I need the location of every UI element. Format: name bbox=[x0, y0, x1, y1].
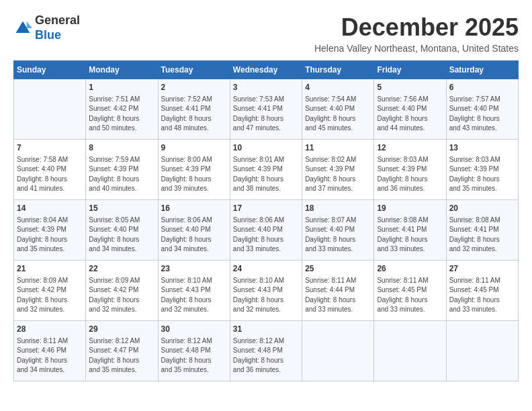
calendar-cell bbox=[302, 321, 374, 381]
day-info: Sunrise: 7:58 AM Sunset: 4:40 PM Dayligh… bbox=[17, 155, 83, 194]
svg-marker-1 bbox=[27, 21, 32, 28]
header-cell-saturday: Saturday bbox=[446, 61, 518, 79]
week-row-5: 28Sunrise: 8:11 AM Sunset: 4:46 PM Dayli… bbox=[14, 321, 519, 381]
calendar-cell: 16Sunrise: 8:06 AM Sunset: 4:40 PM Dayli… bbox=[158, 200, 230, 261]
calendar-cell: 28Sunrise: 8:11 AM Sunset: 4:46 PM Dayli… bbox=[14, 321, 86, 381]
calendar-header: SundayMondayTuesdayWednesdayThursdayFrid… bbox=[14, 61, 519, 79]
day-info: Sunrise: 8:08 AM Sunset: 4:41 PM Dayligh… bbox=[449, 216, 515, 255]
calendar-cell: 18Sunrise: 8:07 AM Sunset: 4:40 PM Dayli… bbox=[302, 200, 374, 261]
week-row-1: 1Sunrise: 7:51 AM Sunset: 4:42 PM Daylig… bbox=[14, 79, 519, 140]
calendar-cell: 17Sunrise: 8:06 AM Sunset: 4:40 PM Dayli… bbox=[230, 200, 302, 261]
day-info: Sunrise: 8:03 AM Sunset: 4:39 PM Dayligh… bbox=[449, 155, 515, 194]
calendar-cell: 22Sunrise: 8:09 AM Sunset: 4:42 PM Dayli… bbox=[86, 261, 158, 321]
calendar-cell: 27Sunrise: 8:11 AM Sunset: 4:45 PM Dayli… bbox=[446, 261, 518, 321]
day-info: Sunrise: 7:56 AM Sunset: 4:40 PM Dayligh… bbox=[377, 95, 443, 134]
day-info: Sunrise: 8:11 AM Sunset: 4:45 PM Dayligh… bbox=[449, 276, 515, 315]
day-info: Sunrise: 8:11 AM Sunset: 4:45 PM Dayligh… bbox=[377, 276, 443, 315]
logo-text: General Blue bbox=[35, 13, 80, 42]
day-info: Sunrise: 8:01 AM Sunset: 4:39 PM Dayligh… bbox=[233, 155, 299, 194]
day-number: 9 bbox=[161, 142, 227, 154]
calendar-cell: 13Sunrise: 8:03 AM Sunset: 4:39 PM Dayli… bbox=[446, 140, 518, 200]
day-info: Sunrise: 8:04 AM Sunset: 4:39 PM Dayligh… bbox=[17, 216, 83, 255]
calendar-cell: 19Sunrise: 8:08 AM Sunset: 4:41 PM Dayli… bbox=[374, 200, 446, 261]
calendar-body: 1Sunrise: 7:51 AM Sunset: 4:42 PM Daylig… bbox=[14, 79, 519, 381]
header-cell-friday: Friday bbox=[374, 61, 446, 79]
week-row-4: 21Sunrise: 8:09 AM Sunset: 4:42 PM Dayli… bbox=[14, 261, 519, 321]
calendar-cell: 15Sunrise: 8:05 AM Sunset: 4:40 PM Dayli… bbox=[86, 200, 158, 261]
day-info: Sunrise: 8:10 AM Sunset: 4:43 PM Dayligh… bbox=[161, 276, 227, 315]
week-row-3: 14Sunrise: 8:04 AM Sunset: 4:39 PM Dayli… bbox=[14, 200, 519, 261]
day-number: 4 bbox=[305, 82, 371, 93]
day-number: 12 bbox=[377, 142, 443, 154]
header-cell-thursday: Thursday bbox=[302, 61, 374, 79]
logo-general: General bbox=[35, 13, 80, 27]
calendar-table: SundayMondayTuesdayWednesdayThursdayFrid… bbox=[13, 60, 519, 381]
title-block: December 2025 Helena Valley Northeast, M… bbox=[314, 13, 519, 54]
calendar-cell: 29Sunrise: 8:12 AM Sunset: 4:47 PM Dayli… bbox=[86, 321, 158, 381]
calendar-cell bbox=[374, 321, 446, 381]
day-info: Sunrise: 8:12 AM Sunset: 4:47 PM Dayligh… bbox=[89, 336, 154, 375]
day-number: 7 bbox=[17, 142, 83, 154]
header-cell-wednesday: Wednesday bbox=[230, 61, 302, 79]
day-number: 11 bbox=[305, 142, 371, 154]
header-row: SundayMondayTuesdayWednesdayThursdayFrid… bbox=[14, 61, 519, 79]
day-number: 23 bbox=[161, 263, 227, 275]
day-number: 8 bbox=[89, 142, 154, 154]
calendar-cell: 25Sunrise: 8:11 AM Sunset: 4:44 PM Dayli… bbox=[302, 261, 374, 321]
day-info: Sunrise: 8:02 AM Sunset: 4:39 PM Dayligh… bbox=[305, 155, 371, 194]
header-cell-sunday: Sunday bbox=[14, 61, 86, 79]
calendar-cell: 10Sunrise: 8:01 AM Sunset: 4:39 PM Dayli… bbox=[230, 140, 302, 200]
day-number: 13 bbox=[449, 142, 515, 154]
day-info: Sunrise: 8:09 AM Sunset: 4:42 PM Dayligh… bbox=[89, 276, 154, 315]
day-number: 26 bbox=[377, 263, 443, 275]
day-number: 24 bbox=[233, 263, 299, 275]
day-info: Sunrise: 7:57 AM Sunset: 4:40 PM Dayligh… bbox=[449, 95, 515, 134]
day-info: Sunrise: 7:53 AM Sunset: 4:41 PM Dayligh… bbox=[233, 95, 299, 134]
day-number: 29 bbox=[89, 324, 154, 335]
day-info: Sunrise: 8:07 AM Sunset: 4:40 PM Dayligh… bbox=[305, 216, 371, 255]
day-number: 25 bbox=[305, 263, 371, 275]
day-info: Sunrise: 7:52 AM Sunset: 4:41 PM Dayligh… bbox=[161, 95, 227, 134]
day-info: Sunrise: 8:00 AM Sunset: 4:39 PM Dayligh… bbox=[161, 155, 227, 194]
day-number: 14 bbox=[17, 203, 83, 214]
day-info: Sunrise: 8:12 AM Sunset: 4:48 PM Dayligh… bbox=[233, 336, 299, 375]
day-info: Sunrise: 8:11 AM Sunset: 4:44 PM Dayligh… bbox=[305, 276, 371, 315]
calendar-cell: 1Sunrise: 7:51 AM Sunset: 4:42 PM Daylig… bbox=[86, 79, 158, 140]
day-number: 2 bbox=[161, 82, 227, 93]
day-number: 27 bbox=[449, 263, 515, 275]
day-info: Sunrise: 7:54 AM Sunset: 4:40 PM Dayligh… bbox=[305, 95, 371, 134]
calendar-cell: 9Sunrise: 8:00 AM Sunset: 4:39 PM Daylig… bbox=[158, 140, 230, 200]
day-number: 3 bbox=[233, 82, 299, 93]
logo-blue: Blue bbox=[35, 28, 61, 42]
day-info: Sunrise: 8:11 AM Sunset: 4:46 PM Dayligh… bbox=[17, 336, 83, 375]
day-number: 28 bbox=[17, 324, 83, 335]
calendar-cell: 14Sunrise: 8:04 AM Sunset: 4:39 PM Dayli… bbox=[14, 200, 86, 261]
week-row-2: 7Sunrise: 7:58 AM Sunset: 4:40 PM Daylig… bbox=[14, 140, 519, 200]
calendar-cell: 2Sunrise: 7:52 AM Sunset: 4:41 PM Daylig… bbox=[158, 79, 230, 140]
day-number: 22 bbox=[89, 263, 154, 275]
day-number: 6 bbox=[449, 82, 515, 93]
page-header: General Blue December 2025 Helena Valley… bbox=[13, 13, 519, 54]
location-title: Helena Valley Northeast, Montana, United… bbox=[314, 43, 519, 54]
day-number: 31 bbox=[233, 324, 299, 335]
day-number: 16 bbox=[161, 203, 227, 214]
logo: General Blue bbox=[13, 13, 80, 42]
calendar-cell: 30Sunrise: 8:12 AM Sunset: 4:48 PM Dayli… bbox=[158, 321, 230, 381]
calendar-cell: 4Sunrise: 7:54 AM Sunset: 4:40 PM Daylig… bbox=[302, 79, 374, 140]
day-info: Sunrise: 8:09 AM Sunset: 4:42 PM Dayligh… bbox=[17, 276, 83, 315]
day-info: Sunrise: 8:08 AM Sunset: 4:41 PM Dayligh… bbox=[377, 216, 443, 255]
day-info: Sunrise: 8:05 AM Sunset: 4:40 PM Dayligh… bbox=[89, 216, 154, 255]
day-info: Sunrise: 8:06 AM Sunset: 4:40 PM Dayligh… bbox=[233, 216, 299, 255]
calendar-cell: 7Sunrise: 7:58 AM Sunset: 4:40 PM Daylig… bbox=[14, 140, 86, 200]
calendar-cell: 23Sunrise: 8:10 AM Sunset: 4:43 PM Dayli… bbox=[158, 261, 230, 321]
calendar-cell bbox=[446, 321, 518, 381]
month-title: December 2025 bbox=[314, 13, 519, 42]
header-cell-tuesday: Tuesday bbox=[158, 61, 230, 79]
day-number: 30 bbox=[161, 324, 227, 335]
day-number: 20 bbox=[449, 203, 515, 214]
day-number: 15 bbox=[89, 203, 154, 214]
calendar-cell: 3Sunrise: 7:53 AM Sunset: 4:41 PM Daylig… bbox=[230, 79, 302, 140]
calendar-cell: 11Sunrise: 8:02 AM Sunset: 4:39 PM Dayli… bbox=[302, 140, 374, 200]
logo-icon bbox=[13, 19, 32, 38]
day-number: 18 bbox=[305, 203, 371, 214]
